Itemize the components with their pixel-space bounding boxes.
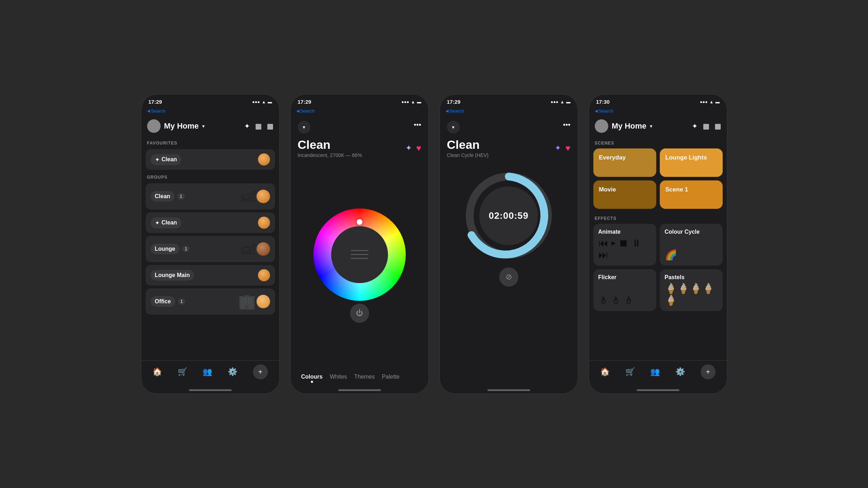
tab-add-button-scenes[interactable]: +: [701, 364, 716, 379]
scene-scene1-card[interactable]: Scene 1: [660, 180, 723, 209]
tab-people-icon[interactable]: 👥: [203, 367, 212, 376]
wifi-icon-t: ▲: [560, 99, 565, 104]
clean-menu-btn[interactable]: •••: [414, 121, 421, 129]
nav-bar-scenes: Search: [589, 106, 727, 116]
group-lounge-toggle[interactable]: [257, 242, 270, 256]
tab-palette[interactable]: Palette: [378, 372, 403, 382]
group-clean-toggle[interactable]: [257, 190, 270, 203]
clean-subtitle: Incandescent, 2700K — 66%: [298, 152, 362, 158]
color-wheel[interactable]: [313, 208, 406, 301]
tab-settings-icon[interactable]: ⚙️: [228, 367, 237, 376]
back-button[interactable]: Search: [147, 108, 166, 114]
home-icon-wand[interactable]: ✦: [244, 122, 250, 130]
tab-cart-icon-scenes[interactable]: 🛒: [625, 367, 635, 376]
scene-everyday-card[interactable]: Everyday: [593, 148, 656, 177]
scenes-chevron-icon[interactable]: ▾: [650, 123, 652, 129]
signal-icon-s: ●●●: [700, 99, 708, 104]
home-indicator-bar-2: [338, 389, 381, 391]
tab-home-icon-scenes[interactable]: 🏠: [600, 367, 610, 376]
favourite-clean-card[interactable]: ✦ Clean: [146, 149, 275, 170]
timer-action-icons: ✦ ♥: [555, 143, 570, 153]
scene-movie-label: Movie: [599, 186, 616, 193]
favourite-clean-btn[interactable]: ✦ Clean: [151, 154, 182, 165]
tab-whites[interactable]: Whites: [326, 372, 351, 382]
timer-subtitle: Clean Cycle (HEV): [447, 152, 489, 158]
scene-movie-card[interactable]: Movie: [593, 180, 656, 209]
home-header: My Home ▾ ✦ ▦ ▦: [141, 116, 279, 137]
clean-star-icon: ✦: [155, 156, 160, 163]
scene-lounge-lights-card[interactable]: Lounge Lights: [660, 148, 723, 177]
tab-themes[interactable]: Themes: [351, 372, 378, 382]
clean-back-circle-btn[interactable]: ▾: [298, 121, 311, 134]
wifi-icon-c: ▲: [411, 99, 415, 104]
scenes-section-label: SCENES: [593, 137, 723, 148]
clean-title: Clean: [298, 138, 362, 152]
home-indicator-4: [589, 386, 727, 394]
clean-title-text-area: Clean Incandescent, 2700K — 66%: [298, 138, 362, 158]
status-bar-colour: 17:29 ●●● ▲ ▬: [291, 94, 428, 106]
effect-pastels-icon: 🍦🍦🍦🍦🍦: [665, 283, 718, 306]
group-office-toggle[interactable]: [257, 295, 270, 308]
group-office-name-btn[interactable]: Office: [151, 296, 175, 307]
sparkle-icon[interactable]: ✦: [405, 143, 412, 153]
signal-icon-t: ●●●: [551, 99, 559, 104]
home-indicator-3: [440, 386, 578, 394]
group-clean-card[interactable]: 🛋 Clean 1: [146, 183, 275, 210]
timer-back-circle-btn[interactable]: ▾: [447, 121, 460, 134]
scenes-icon-wand[interactable]: ✦: [692, 122, 698, 130]
heart-icon[interactable]: ♥: [416, 143, 421, 153]
effect-colour-cycle-card[interactable]: Colour Cycle 🌈: [660, 224, 723, 266]
home-chevron-icon[interactable]: ▾: [202, 123, 205, 129]
effect-animate-card[interactable]: Animate ⏮ ▶ ⏹ ⏸ ⏭: [593, 224, 656, 266]
timer-title: Clean: [447, 138, 489, 152]
group-clean-left: Clean 1: [151, 191, 185, 202]
home-icon-grid[interactable]: ▦: [255, 122, 262, 130]
group-lounge-main-toggle[interactable]: [258, 269, 270, 281]
effect-flicker-card[interactable]: Flicker 🕯 🕯 🕯: [593, 269, 656, 311]
clean-header: ▾ •••: [291, 116, 428, 136]
back-btn-timer[interactable]: Search: [446, 108, 464, 114]
scenes-icon-grid[interactable]: ▦: [703, 122, 710, 130]
tab-colours[interactable]: Colours: [298, 372, 326, 382]
tab-cart-icon[interactable]: 🛒: [178, 367, 187, 376]
timer-cancel-button[interactable]: ⊘: [499, 267, 518, 287]
group-clean-name-btn[interactable]: Clean: [151, 191, 175, 202]
status-icons-timer: ●●● ▲ ▬: [551, 99, 571, 104]
timer-sparkle-icon[interactable]: ✦: [555, 143, 561, 153]
group-lounge-card[interactable]: 🛋 Lounge 1: [146, 236, 275, 262]
home-icon-calendar[interactable]: ▦: [267, 122, 274, 130]
timer-menu-btn[interactable]: •••: [563, 121, 570, 129]
timer-arc: 02:00:59: [463, 169, 555, 262]
group-clean-fav-toggle[interactable]: [258, 217, 270, 229]
status-icons: ●●● ▲ ▬: [252, 99, 272, 104]
back-btn-scenes[interactable]: Search: [595, 108, 613, 114]
favourite-clean-toggle[interactable]: [258, 153, 270, 166]
back-btn-colour[interactable]: Search: [296, 108, 315, 114]
timer-heart-icon[interactable]: ♥: [565, 143, 570, 153]
signal-icon: ●●●: [252, 99, 260, 104]
group-office-card[interactable]: 🏢 Office 1: [146, 288, 275, 315]
group-clean-fav-card[interactable]: ✦ Clean: [146, 212, 275, 233]
group-lounge-name-btn[interactable]: Lounge: [151, 244, 180, 254]
group-lounge-main-btn[interactable]: Lounge Main: [151, 270, 194, 281]
scenes-action-icons: ✦ ▦ ▦: [692, 122, 721, 130]
tab-add-button[interactable]: +: [253, 364, 268, 379]
favourites-section-header: FAVOURITES: [141, 137, 279, 148]
battery-icon: ▬: [268, 99, 272, 104]
tab-settings-icon-scenes[interactable]: ⚙️: [675, 367, 685, 376]
power-button[interactable]: ⏻: [350, 304, 369, 323]
status-icons-scenes: ●●● ▲ ▬: [700, 99, 720, 104]
tab-home-icon[interactable]: 🏠: [152, 367, 162, 376]
effect-animate-label: Animate: [598, 229, 651, 235]
avatar: [147, 119, 161, 133]
timer-value: 02:00:59: [489, 210, 528, 221]
tab-people-icon-scenes[interactable]: 👥: [650, 367, 660, 376]
group-clean-fav-btn[interactable]: ✦ Clean: [151, 217, 182, 228]
group-clean-label: Clean: [155, 193, 171, 200]
effect-pastels-card[interactable]: Pastels 🍦🍦🍦🍦🍦: [660, 269, 723, 311]
group-office-content: Office 1: [146, 288, 275, 315]
scenes-home-title: My Home: [612, 121, 647, 131]
timer-inner-circle: 02:00:59: [479, 186, 538, 245]
group-lounge-main-card[interactable]: Lounge Main: [146, 265, 275, 286]
scenes-icon-calendar[interactable]: ▦: [715, 122, 721, 130]
